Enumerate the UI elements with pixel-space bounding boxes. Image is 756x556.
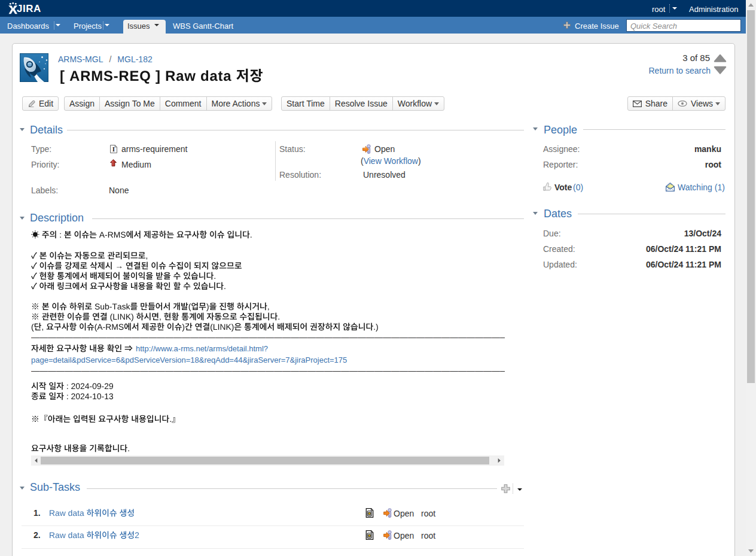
svg-text:I: I [112,146,115,153]
